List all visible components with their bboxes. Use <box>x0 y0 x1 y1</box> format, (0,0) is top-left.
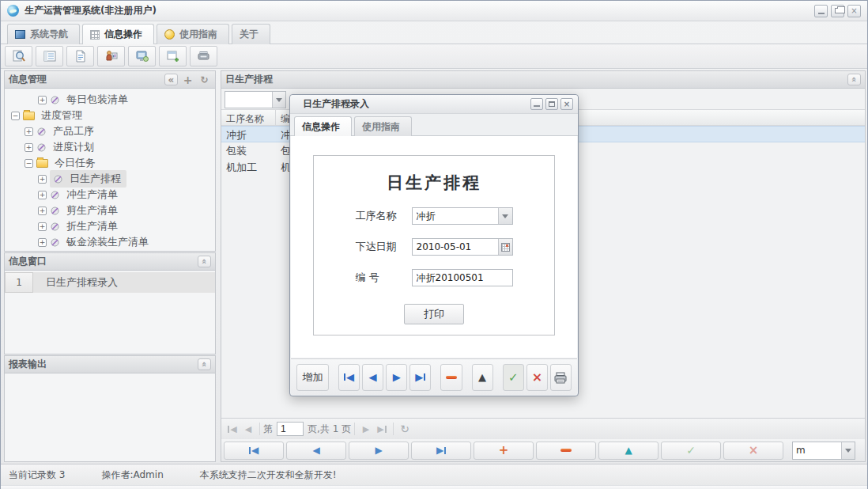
confirm-button[interactable]: ✓ <box>503 364 524 391</box>
tab-system-nav[interactable]: 系统导航 <box>7 24 80 44</box>
issue-date-field[interactable] <box>412 238 513 256</box>
expand-icon[interactable]: + <box>38 222 47 231</box>
dialog-close-button[interactable]: × <box>560 98 573 110</box>
tree-item-sheetmetal-coating-list[interactable]: + 钣金涂装生产清单 <box>5 234 215 250</box>
expand-icon[interactable]: + <box>38 207 47 215</box>
print-record-button[interactable] <box>550 364 572 391</box>
next-page-button[interactable]: ▶ <box>359 422 373 436</box>
user-report-button[interactable] <box>97 46 125 66</box>
window-add-button[interactable] <box>159 46 187 66</box>
prev-record-button[interactable]: ◀ <box>362 364 383 391</box>
first-record-button[interactable]: ◀ <box>224 442 284 460</box>
restore-button[interactable] <box>831 5 844 17</box>
confirm-button[interactable]: ✓ <box>661 442 721 460</box>
page-prefix-label: 第 <box>263 423 273 436</box>
table-view-button[interactable] <box>36 46 63 66</box>
combo-dropdown-button[interactable] <box>841 442 855 459</box>
expand-icon[interactable]: + <box>38 191 47 199</box>
first-page-button[interactable]: ◀ <box>225 422 240 436</box>
tree-item-progress-management[interactable]: − 进度管理 <box>5 108 215 123</box>
tree-item-today-tasks[interactable]: − 今日任务 <box>5 155 215 171</box>
record-actions-bar: ◀ ◀ ▶ ▶ + ▲ ✓ × m <box>221 439 865 461</box>
tree-item-daily-packing-list[interactable]: + 每日包装清单 <box>5 92 215 108</box>
last-page-button[interactable]: ▶ <box>375 422 389 436</box>
tab-about[interactable]: 关于 <box>232 24 270 44</box>
combo-dropdown-button[interactable] <box>272 92 285 108</box>
combo-dropdown-button[interactable] <box>498 208 512 224</box>
delete-record-button[interactable] <box>440 364 462 391</box>
folder-icon <box>23 112 35 120</box>
process-name-value[interactable] <box>413 208 498 224</box>
info-management-panel: 信息管理 « + ↻ + 每日包装清单 − 进度管理 + 产品工序 <box>4 70 216 252</box>
print-button[interactable]: 打印 <box>404 304 464 324</box>
dialog-title-bar[interactable]: 日生产排程录入 × <box>290 95 578 114</box>
app-logo-icon <box>7 5 19 17</box>
monitor-button[interactable] <box>128 46 156 66</box>
tree-item-progress-plan[interactable]: + 进度计划 <box>5 139 215 155</box>
printer-button[interactable] <box>190 46 217 66</box>
add-button[interactable]: 增加 <box>296 364 329 391</box>
task-icon <box>36 142 47 153</box>
close-button[interactable]: × <box>847 5 861 17</box>
search-button[interactable] <box>5 46 32 66</box>
field-label: 编 号 <box>356 271 405 285</box>
minimize-button[interactable] <box>814 5 828 17</box>
tab-info-operation[interactable]: 信息操作 <box>82 24 154 44</box>
collapse-panel-button[interactable]: « <box>847 74 861 85</box>
next-record-button[interactable]: ▶ <box>386 364 407 391</box>
tab-user-guide[interactable]: 使用指南 <box>157 24 229 44</box>
page-count-label: 页,共 1 页 <box>308 423 351 436</box>
collapse-panel-button[interactable]: « <box>198 256 211 267</box>
calendar-button[interactable] <box>498 239 512 255</box>
issue-date-value[interactable] <box>413 239 498 255</box>
message-row[interactable]: 1 日生产排程录入 <box>5 272 215 293</box>
expand-icon[interactable]: + <box>25 143 33 152</box>
cancel-button[interactable]: × <box>526 364 548 391</box>
tree-item-product-process[interactable]: + 产品工序 <box>5 123 215 139</box>
chevron-up-icon: « <box>849 77 859 82</box>
code-input[interactable] <box>412 269 513 286</box>
mode-combo[interactable]: m <box>792 442 855 460</box>
dialog-tab-info-operation[interactable]: 信息操作 <box>294 116 352 137</box>
tree-item-daily-production-schedule[interactable]: + 日生产排程 <box>5 171 215 187</box>
tree-item-bend-production-list[interactable]: + 折生产清单 <box>5 218 215 234</box>
add-icon[interactable]: + <box>181 74 194 85</box>
tree-item-shear-production-list[interactable]: + 剪生产清单 <box>5 203 215 218</box>
collapse-icon[interactable]: − <box>25 159 33 168</box>
cancel-button[interactable]: × <box>723 442 783 460</box>
field-label: 下达日期 <box>356 240 405 254</box>
dialog-maximize-button[interactable] <box>545 98 558 110</box>
next-record-button[interactable]: ▶ <box>349 442 409 460</box>
tree-item-punch-production-list[interactable]: + 冲生产清单 <box>5 187 215 203</box>
refresh-icon[interactable]: ↻ <box>398 422 412 436</box>
add-record-button[interactable]: + <box>474 442 534 460</box>
last-record-button[interactable]: ▶ <box>411 442 471 460</box>
column-header-process[interactable]: 工序名称 <box>221 110 276 125</box>
last-record-button[interactable]: ▶ <box>409 364 431 391</box>
prev-page-button[interactable]: ◀ <box>241 422 255 436</box>
printer-icon <box>553 370 568 385</box>
dialog-tab-user-guide[interactable]: 使用指南 <box>354 116 412 137</box>
collapse-panel-button[interactable]: « <box>198 358 211 370</box>
expand-icon[interactable]: + <box>38 238 47 247</box>
expand-icon[interactable]: + <box>25 127 33 136</box>
prev-record-button[interactable]: ◀ <box>286 442 346 460</box>
delete-record-button[interactable] <box>536 442 596 460</box>
page-number-input[interactable] <box>277 422 304 436</box>
first-record-button[interactable]: ◀ <box>338 364 360 391</box>
collapse-left-icon[interactable]: « <box>164 74 178 85</box>
tree-item-label: 今日任务 <box>52 155 98 171</box>
dialog-minimize-button[interactable] <box>530 98 543 110</box>
expand-icon[interactable]: + <box>38 96 47 104</box>
document-button[interactable] <box>66 46 94 66</box>
collapse-icon[interactable]: − <box>11 112 20 120</box>
divider <box>354 423 355 435</box>
refresh-icon[interactable]: ↻ <box>198 74 211 85</box>
expand-icon[interactable]: + <box>38 175 47 184</box>
grid-icon <box>90 30 100 40</box>
grid-filter-combo[interactable] <box>225 91 286 108</box>
process-name-combo[interactable] <box>412 207 513 225</box>
tree-item-label: 产品工序 <box>51 123 96 139</box>
edit-record-button[interactable]: ▲ <box>598 442 659 460</box>
edit-record-button[interactable]: ▲ <box>472 364 493 391</box>
